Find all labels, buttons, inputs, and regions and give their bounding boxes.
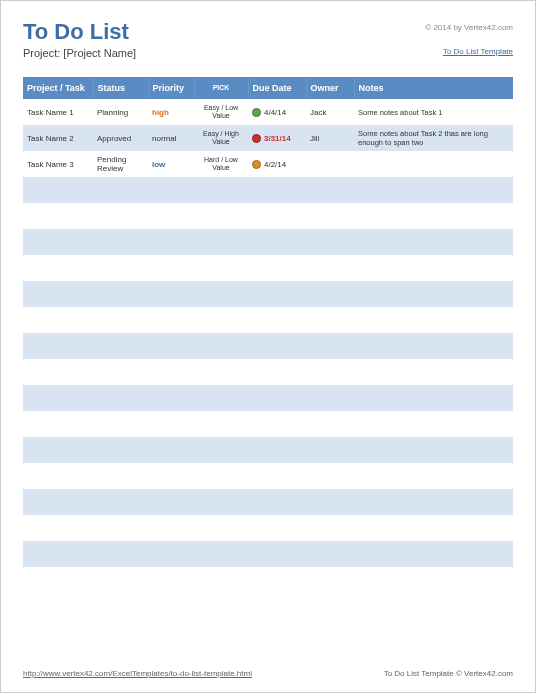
template-link[interactable]: To Do List Template <box>443 47 513 56</box>
cell-priority: low <box>148 151 194 177</box>
cell-status: Pending Review <box>93 151 148 177</box>
table-row-empty <box>23 359 513 385</box>
cell-priority: high <box>148 99 194 125</box>
table-row-empty <box>23 255 513 281</box>
table-row: Task Name 3Pending ReviewlowHard / Low V… <box>23 151 513 177</box>
table-row-empty <box>23 203 513 229</box>
table-row-empty <box>23 333 513 359</box>
cell-notes: Some notes about Task 2 thas are long en… <box>354 125 513 151</box>
table-row: Task Name 2ApprovednormalEasy / High Val… <box>23 125 513 151</box>
footer: http://www.vertex42.com/ExcelTemplates/t… <box>23 669 513 678</box>
table-row-empty <box>23 463 513 489</box>
cell-owner: Jack <box>306 99 354 125</box>
table-row-empty <box>23 411 513 437</box>
cell-task: Task Name 1 <box>23 99 93 125</box>
cell-due: 3/31/14 <box>248 125 306 151</box>
cell-status: Approved <box>93 125 148 151</box>
table-body: Task Name 1PlanninghighEasy / Low Value4… <box>23 99 513 567</box>
page-title: To Do List <box>23 19 129 45</box>
subheader-row: Project: [Project Name] To Do List Templ… <box>23 47 513 59</box>
header-row: To Do List © 2014 by Vertex42.com <box>23 19 513 45</box>
due-date: 3/31/14 <box>264 134 291 143</box>
due-date: 4/2/14 <box>264 160 286 169</box>
cell-pick: Easy / Low Value <box>194 99 248 125</box>
document-page: To Do List © 2014 by Vertex42.com Projec… <box>1 1 535 567</box>
cell-task: Task Name 3 <box>23 151 93 177</box>
table-row-empty <box>23 437 513 463</box>
project-label: Project: <box>23 47 60 59</box>
table-row: Task Name 1PlanninghighEasy / Low Value4… <box>23 99 513 125</box>
due-status-icon <box>252 134 261 143</box>
cell-owner <box>306 151 354 177</box>
project-line: Project: [Project Name] <box>23 47 136 59</box>
due-date: 4/4/14 <box>264 108 286 117</box>
cell-pick: Easy / High Value <box>194 125 248 151</box>
cell-task: Task Name 2 <box>23 125 93 151</box>
cell-notes <box>354 151 513 177</box>
col-header-priority: Priority <box>148 77 194 99</box>
copyright-text: © 2014 by Vertex42.com <box>425 23 513 32</box>
col-header-due: Due Date <box>248 77 306 99</box>
project-name: [Project Name] <box>63 47 136 59</box>
table-row-empty <box>23 177 513 203</box>
col-header-status: Status <box>93 77 148 99</box>
table-header-row: Project / Task Status Priority PICK Due … <box>23 77 513 99</box>
todo-table-wrap: Project / Task Status Priority PICK Due … <box>23 77 513 567</box>
table-row-empty <box>23 515 513 541</box>
table-row-empty <box>23 489 513 515</box>
col-header-owner: Owner <box>306 77 354 99</box>
due-status-icon <box>252 108 261 117</box>
cell-status: Planning <box>93 99 148 125</box>
due-status-icon <box>252 160 261 169</box>
cell-owner: Jill <box>306 125 354 151</box>
col-header-task: Project / Task <box>23 77 93 99</box>
table-row-empty <box>23 385 513 411</box>
cell-due: 4/2/14 <box>248 151 306 177</box>
col-header-notes: Notes <box>354 77 513 99</box>
col-header-pick: PICK <box>194 77 248 99</box>
todo-table: Project / Task Status Priority PICK Due … <box>23 77 513 567</box>
cell-pick: Hard / Low Value <box>194 151 248 177</box>
cell-priority: normal <box>148 125 194 151</box>
cell-due: 4/4/14 <box>248 99 306 125</box>
table-row-empty <box>23 541 513 567</box>
cell-notes: Some notes about Task 1 <box>354 99 513 125</box>
footer-credit: To Do List Template © Vertex42.com <box>384 669 513 678</box>
footer-url[interactable]: http://www.vertex42.com/ExcelTemplates/t… <box>23 669 252 678</box>
table-row-empty <box>23 281 513 307</box>
table-row-empty <box>23 307 513 333</box>
table-row-empty <box>23 229 513 255</box>
